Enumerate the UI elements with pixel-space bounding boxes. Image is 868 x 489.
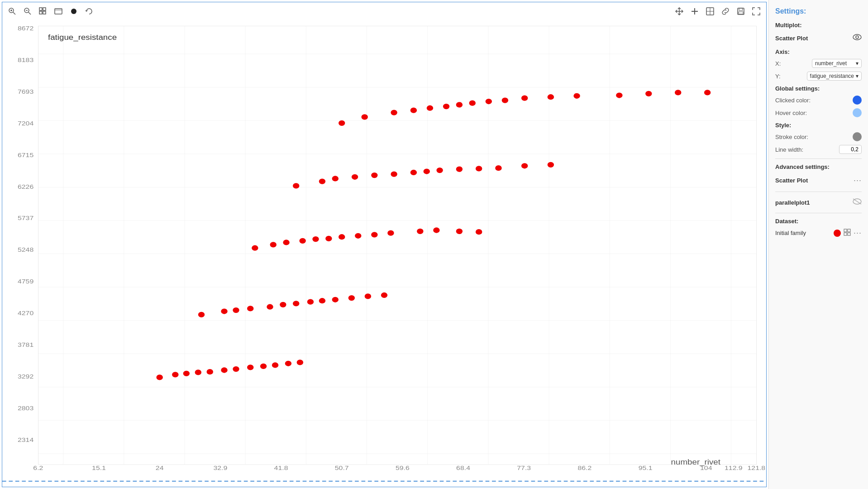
svg-point-77 [381,292,387,298]
move-icon[interactable] [673,5,686,18]
svg-point-61 [260,364,267,369]
zoom-reset-icon[interactable] [6,5,19,18]
svg-text:8672: 8672 [18,25,33,32]
link-icon[interactable] [719,5,732,18]
svg-point-102 [476,166,482,171]
svg-point-100 [436,168,443,173]
svg-point-91 [476,229,482,235]
line-width-input[interactable] [839,145,862,154]
svg-text:77.3: 77.3 [517,465,531,471]
dataset-color-swatch[interactable] [834,230,841,237]
dataset-more-icon[interactable]: ··· [854,228,862,238]
svg-point-114 [486,99,492,104]
multiplot-label: Multiplot: [775,22,862,29]
svg-point-58 [221,367,227,373]
svg-text:8183: 8183 [18,57,33,63]
svg-point-67 [233,307,239,313]
svg-point-75 [348,295,355,301]
svg-text:7204: 7204 [18,120,33,127]
hover-color-swatch[interactable] [853,108,862,117]
svg-point-71 [293,301,299,306]
expand-icon[interactable] [750,5,763,18]
svg-point-88 [417,229,423,234]
eye-icon[interactable] [853,34,862,42]
svg-point-79 [270,242,277,247]
svg-rect-10 [43,11,46,14]
chart-title: fatigue_resistance [48,33,117,41]
refresh-icon[interactable] [83,5,95,18]
initial-family-label: Initial family [775,230,831,236]
svg-point-107 [362,114,368,120]
clicked-color-label: Clicked color: [775,97,811,104]
svg-point-93 [319,178,325,184]
svg-line-1 [13,12,15,14]
svg-point-63 [285,361,291,366]
svg-point-92 [293,183,299,188]
svg-text:15.1: 15.1 [92,465,106,471]
dataset-label: Dataset: [775,218,862,225]
grid-view-icon[interactable] [37,5,49,18]
axis-label: Axis: [775,48,862,55]
save-icon[interactable] [734,5,747,18]
svg-point-121 [675,90,681,95]
dataset-grid-icon[interactable] [844,229,851,237]
add-icon[interactable] [688,5,701,18]
svg-text:7693: 7693 [18,88,33,95]
svg-rect-131 [848,233,850,235]
hidden-icon[interactable] [853,198,862,206]
zoom-out-icon[interactable] [21,5,34,18]
svg-point-94 [332,176,339,181]
dot-icon[interactable] [67,5,80,18]
svg-point-72 [307,299,314,305]
screenshot-icon[interactable] [52,5,65,18]
layout-icon[interactable] [704,5,716,18]
svg-point-120 [645,91,652,96]
svg-text:3781: 3781 [18,341,33,348]
svg-point-111 [443,104,449,109]
svg-rect-8 [43,8,46,10]
svg-point-90 [456,229,463,234]
svg-text:6226: 6226 [18,183,33,190]
y-label: Y: [775,73,781,80]
svg-point-95 [352,174,358,180]
svg-text:6715: 6715 [18,152,33,158]
stroke-color-label: Stroke color: [775,134,808,140]
settings-panel: Settings: Multiplot: Scatter Plot Axis: … [768,0,868,489]
stroke-color-swatch[interactable] [853,132,862,141]
svg-text:2314: 2314 [18,436,33,443]
chevron-down-icon: ▾ [856,73,858,79]
svg-point-66 [221,308,227,314]
svg-text:3292: 3292 [18,373,33,380]
svg-point-116 [521,96,528,101]
svg-point-87 [387,230,394,236]
clicked-color-swatch[interactable] [853,96,862,105]
svg-point-117 [548,94,554,100]
svg-point-68 [247,306,253,311]
svg-text:121.8: 121.8 [748,465,766,471]
scatter-plot-label: Scatter Plot [775,35,808,42]
svg-rect-7 [39,8,42,10]
x-axis-select[interactable]: number_rivet ▾ [812,59,862,68]
svg-text:4270: 4270 [18,310,33,316]
parallelplot-label: parallelplot1 [775,199,810,206]
svg-point-81 [299,238,305,244]
svg-point-105 [548,162,554,168]
svg-point-78 [252,245,258,251]
svg-point-122 [704,90,711,95]
svg-text:6.2: 6.2 [33,465,43,471]
style-label: Style: [775,122,862,129]
svg-point-108 [391,110,397,115]
svg-point-99 [424,168,430,174]
svg-point-110 [427,105,433,111]
svg-point-124 [853,34,861,40]
svg-text:112.9: 112.9 [725,465,743,471]
svg-point-97 [391,172,397,177]
scatter-plot-more-icon[interactable]: ··· [854,176,862,185]
svg-point-69 [267,304,273,310]
svg-point-59 [233,366,239,372]
svg-point-101 [456,166,463,172]
svg-point-84 [339,234,345,240]
y-axis-select[interactable]: fatigue_resistance ▾ [807,72,862,81]
svg-point-53 [156,374,162,380]
svg-rect-23 [739,12,743,14]
